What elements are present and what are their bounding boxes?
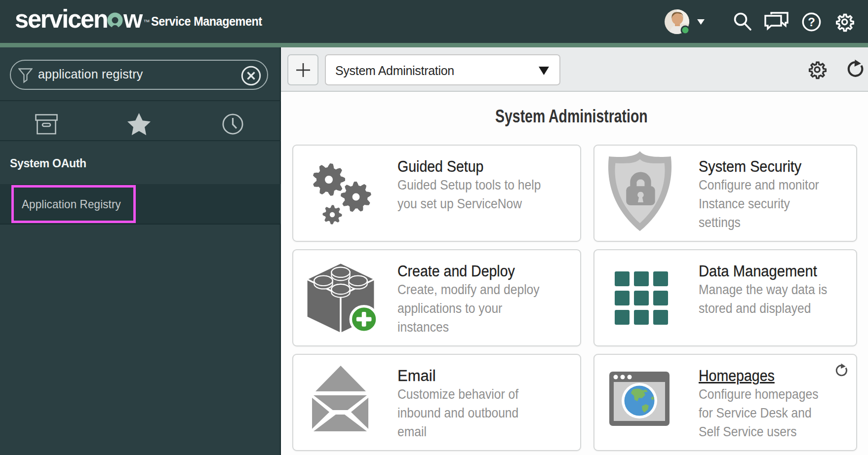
svg-text:?: ? xyxy=(808,15,815,29)
